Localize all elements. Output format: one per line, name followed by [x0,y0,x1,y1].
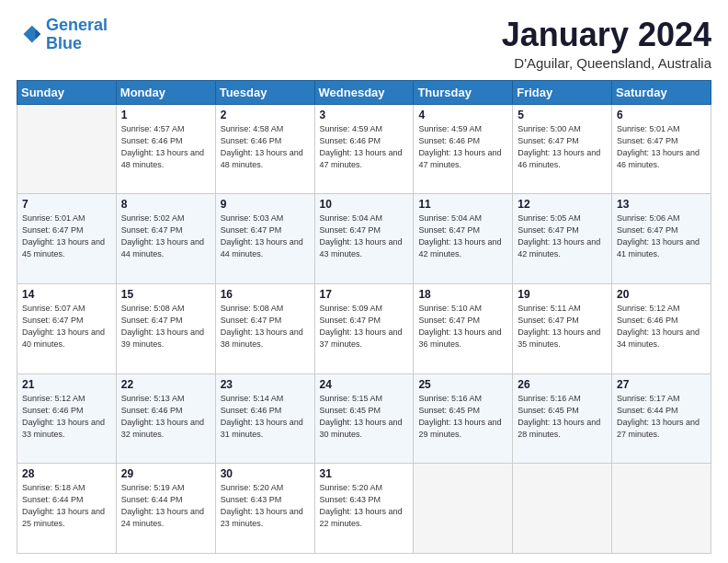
day-info: Sunrise: 4:59 AMSunset: 6:46 PMDaylight:… [418,123,507,171]
header: General Blue January 2024 D'Aguilar, Que… [17,17,711,71]
day-cell: 10Sunrise: 5:04 AMSunset: 6:47 PMDayligh… [314,194,414,284]
day-cell: 2Sunrise: 4:58 AMSunset: 6:46 PMDaylight… [215,104,314,194]
day-info: Sunrise: 5:18 AMSunset: 6:44 PMDaylight:… [22,482,111,530]
day-number: 9 [221,198,310,211]
day-cell: 20Sunrise: 5:12 AMSunset: 6:46 PMDayligh… [612,283,711,373]
weekday-header-row: SundayMondayTuesdayWednesdayThursdayFrid… [17,80,711,104]
day-cell [17,104,117,194]
day-info: Sunrise: 5:12 AMSunset: 6:46 PMDaylight:… [617,303,706,350]
day-cell: 14Sunrise: 5:07 AMSunset: 6:47 PMDayligh… [17,283,117,373]
day-info: Sunrise: 5:03 AMSunset: 6:47 PMDaylight:… [221,213,310,260]
weekday-header-monday: Monday [116,80,215,104]
day-cell [612,464,711,554]
calendar-table: SundayMondayTuesdayWednesdayThursdayFrid… [17,80,711,554]
day-info: Sunrise: 5:00 AMSunset: 6:47 PMDaylight:… [518,123,607,171]
day-number: 23 [221,378,310,391]
day-number: 7 [22,198,111,211]
week-row-3: 14Sunrise: 5:07 AMSunset: 6:47 PMDayligh… [17,283,711,373]
day-info: Sunrise: 5:11 AMSunset: 6:47 PMDaylight:… [518,303,607,350]
logo: General Blue [17,17,108,53]
day-number: 27 [617,378,706,391]
weekday-header-tuesday: Tuesday [215,80,314,104]
day-number: 18 [418,288,507,301]
title-block: January 2024 D'Aguilar, Queensland, Aust… [502,17,711,71]
day-cell: 26Sunrise: 5:16 AMSunset: 6:45 PMDayligh… [513,373,612,464]
day-number: 16 [221,288,310,301]
day-number: 1 [121,109,210,121]
day-cell: 31Sunrise: 5:20 AMSunset: 6:43 PMDayligh… [314,464,414,554]
day-cell: 22Sunrise: 5:13 AMSunset: 6:46 PMDayligh… [116,373,215,464]
day-number: 31 [320,467,409,480]
weekday-header-sunday: Sunday [17,80,117,104]
day-info: Sunrise: 5:08 AMSunset: 6:47 PMDaylight:… [221,303,310,350]
day-cell: 9Sunrise: 5:03 AMSunset: 6:47 PMDaylight… [215,194,314,284]
day-cell: 8Sunrise: 5:02 AMSunset: 6:47 PMDaylight… [116,194,215,284]
logo-text: General Blue [46,17,108,53]
day-number: 8 [121,198,210,211]
day-cell: 24Sunrise: 5:15 AMSunset: 6:45 PMDayligh… [314,373,414,464]
weekday-header-friday: Friday [513,80,612,104]
day-number: 14 [22,288,111,301]
day-cell: 30Sunrise: 5:20 AMSunset: 6:43 PMDayligh… [215,464,314,554]
day-cell: 16Sunrise: 5:08 AMSunset: 6:47 PMDayligh… [215,283,314,373]
day-info: Sunrise: 5:04 AMSunset: 6:47 PMDaylight:… [418,213,507,260]
location: D'Aguilar, Queensland, Australia [502,55,711,71]
day-info: Sunrise: 5:01 AMSunset: 6:47 PMDaylight:… [22,213,111,260]
day-info: Sunrise: 5:09 AMSunset: 6:47 PMDaylight:… [320,303,409,350]
day-number: 2 [221,109,310,121]
day-cell: 4Sunrise: 4:59 AMSunset: 6:46 PMDaylight… [414,104,513,194]
day-cell: 25Sunrise: 5:16 AMSunset: 6:45 PMDayligh… [414,373,513,464]
day-number: 28 [22,467,111,480]
day-number: 10 [320,198,409,211]
day-cell: 5Sunrise: 5:00 AMSunset: 6:47 PMDaylight… [513,104,612,194]
day-number: 12 [518,198,607,211]
day-info: Sunrise: 5:16 AMSunset: 6:45 PMDaylight:… [518,393,607,441]
day-info: Sunrise: 5:20 AMSunset: 6:43 PMDaylight:… [221,482,310,530]
day-number: 5 [518,109,607,121]
day-number: 25 [418,378,507,391]
day-cell: 11Sunrise: 5:04 AMSunset: 6:47 PMDayligh… [414,194,513,284]
weekday-header-saturday: Saturday [612,80,711,104]
day-info: Sunrise: 5:16 AMSunset: 6:45 PMDaylight:… [418,393,507,441]
day-info: Sunrise: 4:58 AMSunset: 6:46 PMDaylight:… [221,123,310,171]
day-number: 24 [320,378,409,391]
day-info: Sunrise: 5:19 AMSunset: 6:44 PMDaylight:… [121,482,210,530]
day-cell: 18Sunrise: 5:10 AMSunset: 6:47 PMDayligh… [414,283,513,373]
day-cell: 23Sunrise: 5:14 AMSunset: 6:46 PMDayligh… [215,373,314,464]
logo-icon [17,22,42,48]
day-info: Sunrise: 5:14 AMSunset: 6:46 PMDaylight:… [221,393,310,441]
day-info: Sunrise: 5:06 AMSunset: 6:47 PMDaylight:… [617,213,706,260]
svg-marker-1 [36,29,41,39]
day-info: Sunrise: 5:01 AMSunset: 6:47 PMDaylight:… [617,123,706,171]
day-cell: 13Sunrise: 5:06 AMSunset: 6:47 PMDayligh… [612,194,711,284]
day-cell: 7Sunrise: 5:01 AMSunset: 6:47 PMDaylight… [17,194,117,284]
day-number: 30 [221,467,310,480]
day-info: Sunrise: 5:05 AMSunset: 6:47 PMDaylight:… [518,213,607,260]
day-number: 19 [518,288,607,301]
week-row-2: 7Sunrise: 5:01 AMSunset: 6:47 PMDaylight… [17,194,711,284]
day-info: Sunrise: 5:13 AMSunset: 6:46 PMDaylight:… [121,393,210,441]
day-number: 13 [617,198,706,211]
day-cell: 3Sunrise: 4:59 AMSunset: 6:46 PMDaylight… [314,104,414,194]
day-number: 6 [617,109,706,121]
day-number: 11 [418,198,507,211]
day-info: Sunrise: 4:57 AMSunset: 6:46 PMDaylight:… [121,123,210,171]
day-info: Sunrise: 5:17 AMSunset: 6:44 PMDaylight:… [617,393,706,441]
day-number: 29 [121,467,210,480]
day-cell: 19Sunrise: 5:11 AMSunset: 6:47 PMDayligh… [513,283,612,373]
day-info: Sunrise: 5:07 AMSunset: 6:47 PMDaylight:… [22,303,111,350]
day-number: 22 [121,378,210,391]
day-number: 17 [320,288,409,301]
day-cell: 17Sunrise: 5:09 AMSunset: 6:47 PMDayligh… [314,283,414,373]
day-info: Sunrise: 5:12 AMSunset: 6:46 PMDaylight:… [22,393,111,441]
day-info: Sunrise: 5:10 AMSunset: 6:47 PMDaylight:… [418,303,507,350]
day-info: Sunrise: 4:59 AMSunset: 6:46 PMDaylight:… [320,123,409,171]
month-title: January 2024 [502,17,711,53]
day-info: Sunrise: 5:04 AMSunset: 6:47 PMDaylight:… [320,213,409,260]
day-number: 26 [518,378,607,391]
day-number: 20 [617,288,706,301]
day-info: Sunrise: 5:08 AMSunset: 6:47 PMDaylight:… [121,303,210,350]
day-info: Sunrise: 5:02 AMSunset: 6:47 PMDaylight:… [121,213,210,260]
day-number: 3 [320,109,409,121]
day-cell [414,464,513,554]
